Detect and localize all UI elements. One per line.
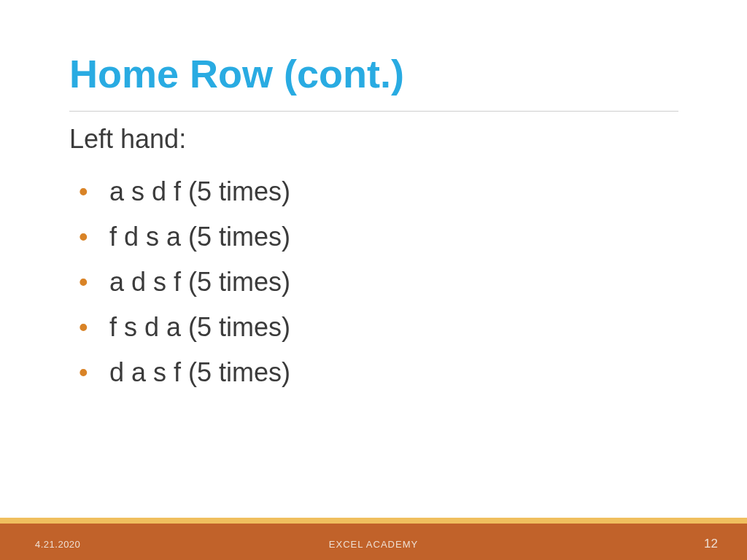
bullet-list: a s d f (5 times) f d s a (5 times) a d …: [79, 169, 290, 395]
footer: 4.21.2020 EXCEL ACADEMY 12: [0, 518, 747, 560]
footer-accent-bar: [0, 518, 747, 524]
footer-main-bar: 4.21.2020 EXCEL ACADEMY 12: [0, 524, 747, 560]
list-item: a d s f (5 times): [79, 260, 290, 305]
subheading-left-hand: Left hand:: [69, 124, 186, 155]
footer-center-text: EXCEL ACADEMY: [0, 539, 747, 550]
list-item: a s d f (5 times): [79, 169, 290, 214]
footer-page-number: 12: [704, 537, 718, 551]
list-item: f d s a (5 times): [79, 214, 290, 260]
list-item: d a s f (5 times): [79, 350, 290, 395]
slide: Home Row (cont.) Left hand: a s d f (5 t…: [0, 0, 747, 560]
list-item: f s d a (5 times): [79, 305, 290, 350]
slide-title: Home Row (cont.): [69, 51, 404, 96]
title-underline: [69, 111, 678, 112]
